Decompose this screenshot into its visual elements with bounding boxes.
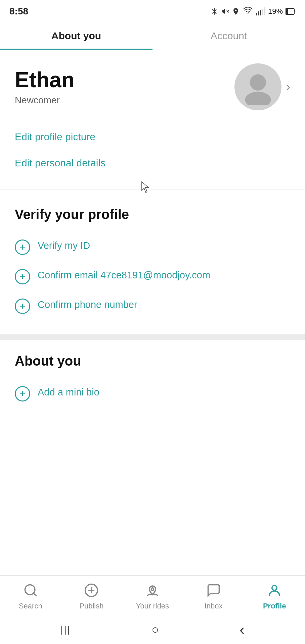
- svg-rect-10: [286, 9, 288, 14]
- tabs-container: About you Account: [0, 20, 305, 50]
- svg-point-18: [151, 588, 154, 590]
- android-menu-btn[interactable]: |||: [60, 624, 71, 635]
- confirm-phone-label: Confirm phone number: [38, 298, 137, 312]
- tab-about-you[interactable]: About you: [0, 20, 152, 50]
- search-nav-label: Search: [19, 602, 42, 610]
- profile-info: Ethan Newcomer: [15, 68, 234, 106]
- svg-rect-4: [258, 11, 259, 15]
- svg-point-11: [250, 74, 266, 91]
- svg-rect-3: [256, 13, 257, 15]
- inbox-nav-label: Inbox: [205, 602, 223, 610]
- android-home-btn[interactable]: ○: [151, 623, 159, 637]
- battery-icon: [286, 7, 296, 15]
- verify-id-item[interactable]: + Verify my ID: [15, 232, 290, 262]
- status-icons: 19%: [210, 7, 296, 16]
- publish-nav-label: Publish: [79, 602, 103, 610]
- svg-rect-7: [264, 7, 265, 15]
- add-mini-bio-item[interactable]: + Add a mini bio: [15, 379, 290, 408]
- profile-nav-label: Profile: [263, 602, 286, 610]
- bottom-nav-wrapper: Search Publish Your rides: [0, 575, 305, 644]
- svg-line-14: [33, 593, 36, 596]
- battery-text: 19%: [268, 7, 283, 16]
- profile-name: Ethan: [15, 68, 234, 92]
- chevron-right-icon: ›: [286, 80, 290, 94]
- section-divider-1: [0, 190, 305, 190]
- plus-circle-icon-2: +: [15, 269, 30, 284]
- nav-item-publish[interactable]: Publish: [61, 582, 122, 610]
- nav-item-search[interactable]: Search: [0, 582, 61, 610]
- your-rides-nav-icon: [144, 582, 161, 599]
- android-back-btn[interactable]: ‹: [239, 621, 245, 638]
- status-time: 8:58: [9, 6, 28, 17]
- edit-profile-picture-link[interactable]: Edit profile picture: [15, 124, 290, 150]
- verify-id-label: Verify my ID: [38, 239, 90, 253]
- svg-point-19: [272, 585, 277, 590]
- confirm-email-item[interactable]: + Confirm email 47ce8191@moodjoy.com: [15, 262, 290, 291]
- verify-section: Verify your profile + Verify my ID + Con…: [0, 194, 305, 327]
- avatar-icon: [239, 68, 276, 105]
- profile-avatar-container[interactable]: ›: [234, 63, 290, 110]
- android-nav: ||| ○ ‹: [0, 616, 305, 644]
- plus-circle-icon-1: +: [15, 239, 30, 255]
- tab-account[interactable]: Account: [152, 20, 305, 50]
- mute-icon: [221, 7, 229, 15]
- add-mini-bio-label: Add a mini bio: [38, 385, 99, 399]
- gray-band-divider: [0, 334, 305, 340]
- plus-circle-icon-4: +: [15, 386, 30, 401]
- confirm-email-label: Confirm email 47ce8191@moodjoy.com: [38, 268, 210, 282]
- links-section: Edit profile picture Edit personal detai…: [0, 120, 305, 186]
- svg-rect-9: [294, 10, 295, 12]
- edit-personal-details-link[interactable]: Edit personal details: [15, 150, 290, 176]
- svg-rect-5: [260, 10, 261, 15]
- svg-point-12: [245, 92, 271, 105]
- confirm-phone-item[interactable]: + Confirm phone number: [15, 291, 290, 321]
- about-section-title: About you: [15, 354, 290, 369]
- svg-point-2: [235, 10, 236, 11]
- publish-nav-icon: [83, 582, 100, 599]
- nav-item-profile[interactable]: Profile: [244, 582, 305, 610]
- profile-badge: Newcomer: [15, 95, 234, 106]
- svg-rect-6: [262, 9, 263, 15]
- location-icon: [232, 7, 240, 15]
- status-bar: 8:58 19%: [0, 0, 305, 20]
- profile-section: Ethan Newcomer ›: [0, 50, 305, 120]
- search-nav-icon: [22, 582, 39, 599]
- profile-nav-icon: [266, 582, 283, 599]
- inbox-nav-icon: [205, 582, 222, 599]
- wifi-icon: [243, 7, 253, 15]
- nav-item-inbox[interactable]: Inbox: [183, 582, 244, 610]
- nav-item-your-rides[interactable]: Your rides: [122, 582, 183, 610]
- bottom-tabs: Search Publish Your rides: [0, 575, 305, 616]
- plus-circle-icon-3: +: [15, 299, 30, 314]
- about-you-section: About you + Add a mini bio: [0, 340, 305, 415]
- avatar[interactable]: [234, 63, 281, 110]
- signal-icon: [256, 7, 265, 15]
- your-rides-nav-label: Your rides: [136, 602, 169, 610]
- verify-section-title: Verify your profile: [15, 207, 290, 222]
- bluetooth-icon: [210, 7, 218, 15]
